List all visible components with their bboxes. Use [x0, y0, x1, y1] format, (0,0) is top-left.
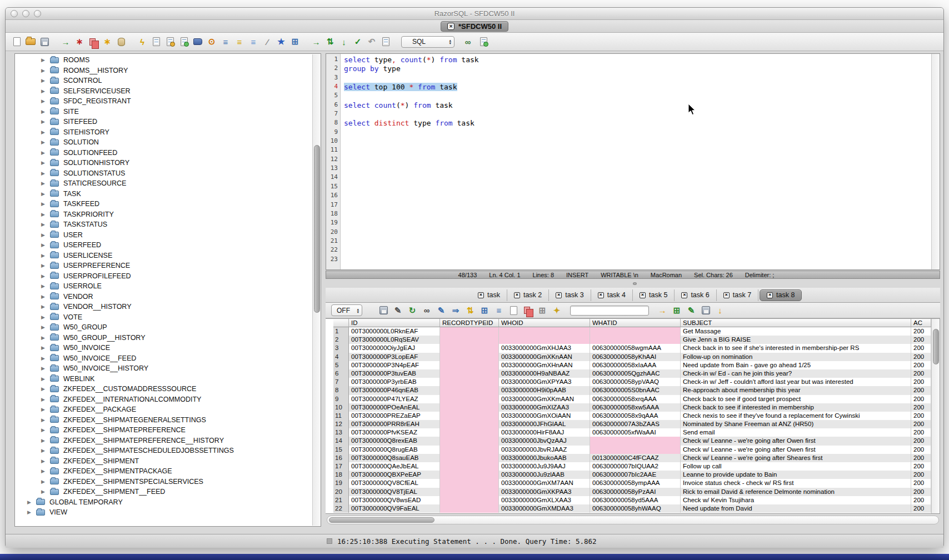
table-row[interactable]: 2000T3000000QV8TjEAL0033000000GmXKPAA300… — [333, 488, 931, 496]
disclosure-triangle-icon[interactable]: ▶ — [41, 88, 48, 94]
tree-item[interactable]: ▶W50_INVOICE__FEED — [15, 353, 312, 364]
refresh-results-icon[interactable]: ↻ — [407, 305, 418, 316]
table-row[interactable]: 1900T3000000QV8CfEAL0033000000GmXM7AAN00… — [333, 479, 931, 487]
tree-item[interactable]: ▶SFDC_REGISTRANT — [15, 96, 312, 107]
disclosure-triangle-icon[interactable]: ▶ — [41, 366, 48, 371]
view-record-glasses-icon[interactable]: ∞ — [421, 305, 432, 316]
sort-columns-icon[interactable]: ⇅ — [464, 305, 476, 316]
tree-item[interactable]: ▶USERPREFERENCE — [15, 261, 312, 271]
sql-code-area[interactable]: select type, count(*) from taskgroup by … — [344, 56, 931, 264]
insert-row-icon[interactable]: ⊞ — [671, 305, 682, 316]
tree-item[interactable]: ▶USERPROFILEFEED — [15, 271, 312, 282]
disclosure-triangle-icon[interactable]: ▶ — [41, 468, 48, 474]
disclosure-triangle-icon[interactable]: ▶ — [41, 324, 48, 330]
disclosure-triangle-icon[interactable]: ▶ — [41, 68, 48, 73]
database-icon[interactable] — [116, 36, 127, 47]
copy-connection-icon[interactable] — [88, 36, 99, 47]
table-row[interactable]: 500T3000000P3N4pEAF0033000000GmXHnAAN006… — [333, 361, 931, 369]
minimize-window-button[interactable] — [22, 10, 29, 17]
table-row[interactable]: 1500T3000000Q8rugEAB0033000000JbvRJAAZCh… — [333, 446, 931, 454]
log-page-icon[interactable] — [380, 36, 391, 47]
disclosure-triangle-icon[interactable]: ▶ — [41, 489, 48, 494]
column-header[interactable]: WHATID — [590, 319, 681, 327]
book-icon[interactable] — [192, 36, 203, 47]
tree-item[interactable]: ▶ZKFEDEX__SHIPMATEGENERALSETTINGS — [15, 415, 312, 426]
disclosure-triangle-icon[interactable]: ▶ — [41, 304, 48, 309]
tree-item[interactable]: ▶VENDOR__HISTORY — [15, 302, 312, 312]
format-pencil-icon[interactable]: ∕ — [262, 36, 273, 47]
table-row[interactable]: 100T3000000L0RknEAFGet Massage200 — [333, 327, 931, 336]
results-tab[interactable]: ✕task 3 — [549, 289, 591, 301]
disclosure-triangle-icon[interactable]: ▶ — [41, 98, 48, 104]
tree-item[interactable]: ▶SOLUTIONSTATUS — [15, 168, 312, 179]
results-tab[interactable]: ✕task 6 — [675, 289, 716, 301]
generate-sql-icon[interactable] — [178, 36, 189, 47]
tree-item[interactable]: ▶SELFSERVICEUSER — [15, 86, 312, 97]
table-row[interactable]: 1700T3000000QAeJbEAL0033000000Ju9J9AAJ00… — [333, 462, 931, 471]
describe-results-icon[interactable]: ≡ — [493, 305, 505, 316]
disclosure-triangle-icon[interactable]: ▶ — [41, 397, 48, 402]
disclosure-triangle-icon[interactable]: ▶ — [41, 417, 48, 423]
disclosure-triangle-icon[interactable]: ▶ — [41, 314, 48, 320]
tree-item[interactable]: ▶SITEHISTORY — [15, 127, 312, 138]
tree-item[interactable]: ▶WEBLINK — [15, 374, 312, 384]
tab-close-icon[interactable]: ✕ — [556, 292, 562, 298]
disclosure-triangle-icon[interactable]: ▶ — [41, 232, 48, 238]
export-down-icon[interactable]: ↓ — [715, 305, 726, 316]
disclosure-triangle-icon[interactable]: ▶ — [41, 283, 48, 289]
close-window-button[interactable] — [11, 10, 18, 17]
save-results-icon[interactable] — [378, 305, 389, 316]
sql-mode-select[interactable]: SQL ▴▾ — [401, 36, 454, 48]
disclosure-triangle-icon[interactable]: ▶ — [41, 335, 48, 341]
tree-item[interactable]: ▶ROOMS — [15, 55, 312, 66]
disclosure-triangle-icon[interactable]: ▶ — [41, 181, 48, 186]
tree-item[interactable]: ▶SCONTROL — [15, 76, 312, 86]
disclosure-triangle-icon[interactable]: ▶ — [41, 129, 48, 135]
tree-item[interactable]: ▶W50_INVOICE — [15, 343, 312, 353]
tree-item[interactable]: ▶TASKSTATUS — [15, 219, 312, 230]
tree-item[interactable]: ▶ZKFEDEX__CUSTOMADDRESSSOURCE — [15, 384, 312, 394]
column-header[interactable]: ID — [349, 319, 440, 327]
edit-connection-icon[interactable]: ∗ — [74, 36, 85, 47]
add-connection-icon[interactable]: ∗ — [102, 36, 113, 47]
zoom-window-button[interactable] — [34, 10, 41, 17]
go-filter-icon[interactable]: → — [657, 305, 668, 316]
history-icon[interactable]: ⊙ — [206, 36, 217, 47]
connect-icon[interactable]: → — [60, 36, 71, 47]
disclosure-triangle-icon[interactable]: ▶ — [41, 160, 48, 166]
disclosure-triangle-icon[interactable]: ▶ — [41, 191, 48, 197]
column-header[interactable]: SUBJECT — [681, 319, 911, 327]
edit-sql-icon[interactable] — [164, 36, 176, 47]
copy-results-icon[interactable] — [522, 305, 533, 316]
disclosure-triangle-icon[interactable]: ▶ — [41, 119, 48, 124]
disclosure-triangle-icon[interactable]: ▶ — [27, 509, 34, 515]
tree-item[interactable]: ▶ZKFEDEX__SHIPMATESCHEDULEDJOBSSETTINGS — [15, 446, 312, 456]
results-tab[interactable]: ✕task 5 — [633, 289, 675, 301]
new-file-icon[interactable] — [11, 36, 22, 47]
copy-table-icon[interactable]: ⊞ — [537, 305, 548, 316]
query-builder-glasses-icon[interactable]: ∞ — [462, 36, 473, 47]
split-handle[interactable] — [326, 279, 940, 288]
tree-item[interactable]: ▶ZKFEDEX__SHIPMENT — [15, 456, 312, 467]
disclosure-triangle-icon[interactable]: ▶ — [41, 78, 48, 83]
tree-item[interactable]: ▶ZKFEDEX__SHIPMENTPACKAGE — [15, 466, 312, 477]
tree-item[interactable]: ▶W50_GROUP__HISTORY — [15, 333, 312, 343]
table-row[interactable]: 1200T3000000PRR8rEAH0033000000JFhGlAAL00… — [333, 420, 931, 428]
results-filter-input[interactable] — [570, 306, 649, 316]
tree-item[interactable]: ▶ZKFEDEX__SHIPMATEPREFERENCE — [15, 425, 312, 436]
window-titlebar[interactable]: RazorSQL - SFDCW50 II — [6, 8, 943, 20]
tab-close-icon[interactable]: ✕ — [640, 292, 646, 298]
results-hscroll[interactable] — [327, 516, 939, 524]
tree-scrollbar-thumb[interactable] — [314, 145, 320, 313]
refresh-arrows-icon[interactable]: ⇅ — [324, 36, 336, 47]
list-icon[interactable]: ≡ — [220, 36, 231, 47]
edit-record-icon[interactable]: ✎ — [436, 305, 447, 316]
tree-item[interactable]: ▶SOLUTIONFEED — [15, 148, 312, 158]
column-header[interactable]: WHOID — [499, 319, 590, 327]
disclosure-triangle-icon[interactable]: ▶ — [41, 57, 48, 63]
max-rows-select[interactable]: OFF ▴▾ — [331, 304, 362, 316]
commit-check-icon[interactable]: ✓ — [352, 36, 363, 47]
results-hscroll-thumb[interactable] — [329, 517, 434, 523]
tree-item[interactable]: ▶SITEFEED — [15, 117, 312, 127]
tree-item[interactable]: ▶GLOBAL TEMPORARY — [15, 497, 312, 508]
